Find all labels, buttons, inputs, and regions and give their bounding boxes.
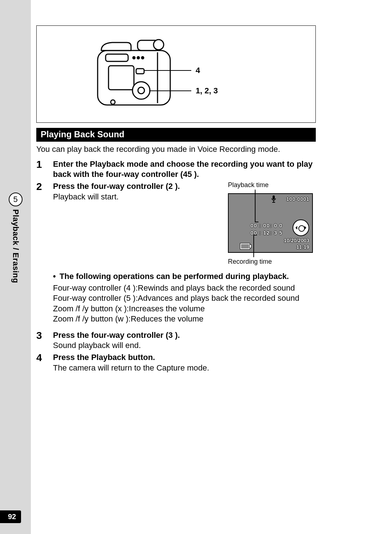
svg-point-6	[142, 57, 144, 59]
side-tab: 5 Playback / Erasing	[0, 193, 31, 283]
camera-line-art	[94, 36, 177, 112]
svg-rect-7	[109, 66, 134, 90]
step-subtext: The camera will return to the Capture mo…	[53, 363, 316, 373]
operation-line: Zoom /f /y button (x ):Increases the vol…	[53, 304, 316, 314]
step-title: Press the Playback button.	[53, 352, 316, 363]
step-2: 2 Press the four-way controller (2 ). Pl…	[36, 181, 316, 265]
step-4: 4 Press the Playback button. The camera …	[36, 352, 316, 373]
elapsed-time: 00 : 00: 0 0	[250, 222, 283, 228]
battery-icon	[240, 243, 250, 249]
operation-line: Four-way controller (4 ):Rewinds and pla…	[53, 283, 316, 294]
page-number: 92	[0, 510, 21, 523]
playback-time-caption: Playback time	[225, 181, 316, 189]
step-number: 2	[36, 181, 53, 192]
record-date: 10/20/2003	[284, 238, 309, 243]
svg-rect-3	[106, 54, 128, 61]
intro-text: You can play back the recording you made…	[36, 145, 316, 154]
svg-rect-13	[273, 201, 274, 202]
step-number: 1	[36, 159, 53, 170]
camera-illustration-frame: 4 1, 2, 3	[36, 25, 316, 123]
lcd-screen-figure: Playback time 100-0001 00 : 00: 0 0 00 :…	[225, 181, 316, 266]
illustration-callout-bottom: 1, 2, 3	[196, 86, 218, 96]
chapter-label: Playback / Erasing	[11, 209, 20, 283]
svg-point-10	[138, 87, 144, 94]
playback-operations: The following operations can be performe…	[53, 271, 316, 324]
microphone-icon	[271, 195, 277, 205]
svg-rect-8	[136, 69, 144, 74]
dpad-icon	[293, 219, 309, 236]
illustration-callout-top: 4	[196, 66, 200, 75]
operations-heading: The following operations can be performe…	[53, 271, 316, 282]
step-3: 3 Press the four-way controller (3 ). So…	[36, 330, 316, 351]
step-number: 3	[36, 330, 53, 341]
svg-point-4	[133, 57, 135, 59]
record-clock: 11:19	[296, 244, 309, 250]
file-number: 100-0001	[286, 196, 309, 202]
operation-line: Four-way controller (5 ):Advances and pl…	[53, 293, 316, 304]
operation-line: Zoom /f /y button (w ):Reduces the volum…	[53, 314, 316, 324]
step-title: Enter the Playback mode and choose the r…	[53, 159, 316, 179]
recording-time-caption: Recording time	[225, 258, 316, 266]
section-title-bar: Playing Back Sound	[36, 128, 316, 142]
svg-point-2	[154, 40, 164, 50]
svg-point-5	[137, 57, 139, 59]
page-sheet: 4 1, 2, 3 Playing Back Sound You can pla…	[31, 0, 392, 534]
chapter-number-badge: 5	[9, 193, 23, 206]
svg-rect-14	[272, 202, 275, 203]
svg-point-11	[111, 100, 115, 104]
step-1: 1 Enter the Playback mode and choose the…	[36, 159, 316, 179]
svg-rect-12	[273, 195, 275, 199]
step-number: 4	[36, 352, 53, 363]
step-subtext: Sound playback will end.	[53, 341, 316, 350]
step-title: Press the four-way controller (3 ).	[53, 330, 316, 340]
step-subtext: Playback will start.	[53, 192, 209, 202]
step-title: Press the four-way controller (2 ).	[53, 181, 209, 191]
lcd-mockup: 100-0001 00 : 00: 0 0 00 : 12: 3 5 10/20…	[228, 193, 313, 253]
